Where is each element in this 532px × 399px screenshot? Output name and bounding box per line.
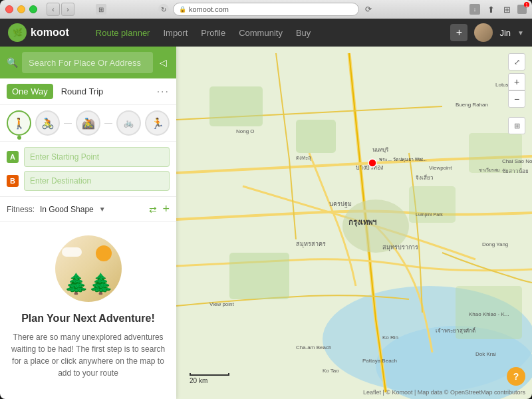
svg-rect-8	[229, 253, 289, 299]
fitness-chevron[interactable]: ▼	[99, 205, 106, 213]
activity-separator-2: —	[104, 118, 112, 128]
map-attribution: Leaflet | © Komoot | Map data © OpenStre…	[363, 389, 525, 396]
minimize-window-button[interactable]	[17, 5, 25, 13]
svg-text:ชัยสาวน้อย: ชัยสาวน้อย	[502, 168, 529, 174]
svg-rect-7	[469, 133, 522, 173]
svg-text:กรุงเทพฯ: กรุงเทพฯ	[348, 218, 376, 227]
svg-text:Ko Rin: Ko Rin	[382, 334, 398, 340]
route-tabs: One Way Round Trip ···	[0, 78, 176, 105]
activity-ebike[interactable]: 🚲	[116, 110, 141, 136]
close-window-button[interactable]	[5, 5, 13, 13]
maximize-window-button[interactable]	[29, 5, 37, 13]
svg-text:View point: View point	[209, 301, 235, 307]
sun-decoration	[96, 245, 112, 261]
svg-text:Khao Khlao - K...: Khao Khlao - K...	[469, 311, 509, 317]
avatar-image	[474, 23, 493, 42]
svg-text:สมุทรปราการ: สมุทรปราการ	[382, 244, 418, 251]
svg-text:สมุทรสาคร: สมุทรสาคร	[296, 241, 326, 248]
waypoint-a-input[interactable]	[24, 147, 170, 167]
back-button[interactable]: ‹	[47, 3, 60, 16]
activity-road-cycle[interactable]: 🚴	[35, 110, 60, 136]
svg-text:Nong O: Nong O	[236, 128, 255, 134]
nav-route-planner[interactable]: Route planner	[96, 28, 150, 38]
add-button[interactable]: +	[450, 24, 467, 41]
sidebar: 🔍 ◁ One Way Round Trip ··· 🚶 🚴 — 🚵 —	[0, 47, 176, 399]
nav-profile[interactable]: Profile	[201, 28, 225, 38]
tab-round-trip[interactable]: Round Trip	[56, 84, 109, 99]
svg-text:นครปฐม: นครปฐม	[329, 201, 352, 208]
logo-icon: 🌿	[8, 23, 27, 42]
share-icon[interactable]: ⬆	[485, 4, 496, 15]
nav-community[interactable]: Community	[239, 28, 283, 38]
avatar	[474, 23, 493, 42]
svg-text:ดงทะลุ: ดงทะลุ	[296, 155, 311, 161]
activity-icons: 🚶 🚴 — 🚵 — 🚲 🏃	[0, 105, 176, 142]
url-bar[interactable]: 🔒 komoot.com	[173, 3, 359, 16]
logo-text: komoot	[31, 27, 69, 39]
new-tab-icon[interactable]: ⊞	[501, 4, 512, 15]
activity-run[interactable]: 🏃	[145, 110, 170, 136]
map-area[interactable]: กรุงเทพฯ นครปฐม สมุทรปราการ สมุทรสาคร บา…	[176, 47, 532, 399]
notification-badge: 1	[524, 2, 529, 7]
nav-bar: 🌿 komoot Route planner Import Profile Co…	[0, 19, 532, 47]
fitness-label: Fitness:	[7, 205, 35, 214]
tab-one-way[interactable]: One Way	[7, 84, 53, 99]
url-text: komoot.com	[189, 5, 229, 13]
svg-text:Cha-am Beach: Cha-am Beach	[296, 344, 331, 350]
svg-text:Dok Krai: Dok Krai	[475, 351, 496, 357]
svg-rect-4	[209, 86, 263, 126]
search-box: 🔍 ◁	[0, 47, 176, 78]
svg-point-33	[368, 159, 376, 167]
browser-window: ‹ › ⊞ ↻ 🔒 komoot.com ⟳ ↓ ⬆ ⊞ 1 🌿	[0, 0, 532, 399]
waypoint-a-label: A	[7, 151, 19, 163]
map-controls: + −	[508, 73, 525, 108]
help-button[interactable]: ?	[507, 367, 525, 386]
search-input[interactable]	[22, 52, 153, 73]
svg-rect-6	[409, 186, 456, 223]
main-content: 🔍 ◁ One Way Round Trip ··· 🚶 🚴 — 🚵 —	[0, 47, 532, 399]
svg-text:เจ้าพระยาสุรศักดิ์: เจ้าพระยาสุรศักดิ์	[436, 327, 476, 334]
svg-text:Bueng Rahan: Bueng Rahan	[456, 102, 488, 108]
nav-import[interactable]: Import	[163, 28, 188, 38]
svg-text:ชาเวียรสม: ชาเวียรสม	[479, 168, 500, 172]
fitness-settings-icon[interactable]: ⇄	[149, 204, 157, 215]
adventure-title: Plan Your Next Adventure!	[21, 313, 155, 325]
nav-buy[interactable]: Buy	[296, 28, 311, 38]
svg-text:นนทบุรี: นนทบุรี	[372, 147, 389, 153]
collapse-icon[interactable]: ◁	[157, 55, 170, 70]
svg-text:Dong Yang: Dong Yang	[482, 241, 508, 247]
forward-button[interactable]: ›	[61, 3, 74, 16]
waypoint-a: A	[7, 147, 170, 167]
user-name: Jin	[499, 28, 511, 38]
title-bar: ‹ › ⊞ ↻ 🔒 komoot.com ⟳ ↓ ⬆ ⊞ 1	[0, 0, 532, 19]
waypoint-b-label: B	[7, 175, 19, 187]
scale-bar: 20 km	[190, 373, 229, 384]
activity-separator: —	[64, 118, 72, 128]
zoom-in-button[interactable]: +	[508, 73, 525, 90]
activity-hike[interactable]: 🚶	[7, 110, 31, 136]
zoom-out-button[interactable]: −	[508, 90, 525, 108]
trees-decoration: 🌲🌲	[64, 272, 113, 295]
svg-text:Chai Sao Noi: Chai Sao Noi	[502, 158, 532, 164]
search-icon: 🔍	[7, 57, 18, 68]
svg-text:Ko Tao: Ko Tao	[323, 368, 339, 374]
refresh-icon[interactable]: ⟳	[363, 4, 374, 15]
download-icon: ↓	[469, 4, 480, 15]
svg-text:Lumpini Park: Lumpini Park	[416, 212, 443, 217]
add-waypoint-button[interactable]: +	[162, 202, 170, 216]
activity-mountain-bike[interactable]: 🚵	[76, 110, 100, 136]
svg-text:Viewpoint: Viewpoint	[429, 165, 452, 171]
layer-button[interactable]: ⊞	[508, 117, 525, 134]
user-menu-chevron[interactable]: ▼	[517, 29, 524, 37]
waypoint-b-input[interactable]	[24, 171, 170, 191]
logo-area: 🌿 komoot	[8, 23, 69, 42]
route-more-button[interactable]: ···	[157, 86, 170, 98]
adventure-description: There are so many unexplored adventures …	[10, 331, 166, 379]
sidebar-toggle[interactable]: ⊞	[96, 4, 106, 15]
scale-line	[190, 373, 229, 376]
adventure-illustration: 🌲🌲	[55, 235, 122, 302]
reload-icon[interactable]: ↻	[158, 4, 169, 15]
svg-text:Pattaya Beach: Pattaya Beach	[362, 358, 397, 364]
fitness-row: Fitness: In Good Shape ▼ ⇄ +	[0, 197, 176, 222]
fullscreen-button[interactable]: ⤢	[508, 53, 525, 70]
